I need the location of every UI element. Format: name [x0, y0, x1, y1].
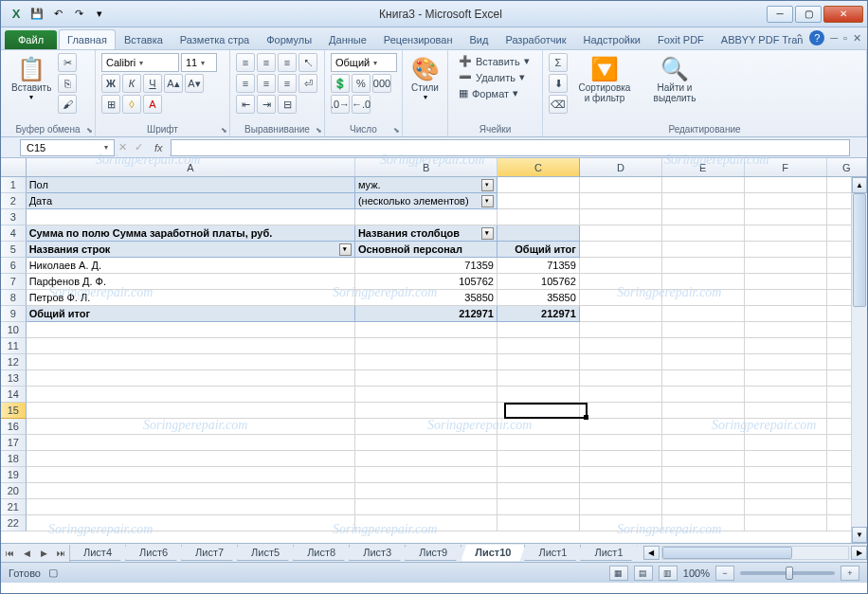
row-header[interactable]: 2 — [1, 193, 27, 209]
cell[interactable] — [497, 499, 580, 515]
comma-button[interactable]: 000 — [372, 74, 391, 93]
delete-cells-button[interactable]: ➖Удалить ▾ — [454, 69, 536, 85]
fill-button[interactable]: ⬇ — [549, 74, 568, 93]
scroll-down-button[interactable]: ▼ — [852, 527, 867, 543]
filter-icon[interactable]: ▾ — [481, 179, 494, 191]
cell[interactable] — [27, 354, 355, 370]
cancel-formula-icon[interactable]: ✕ — [118, 141, 127, 153]
tab-home[interactable]: Главная — [59, 29, 116, 49]
cell[interactable] — [745, 177, 827, 193]
cell[interactable] — [355, 370, 497, 387]
cell[interactable] — [662, 193, 745, 209]
cell[interactable] — [745, 419, 827, 435]
cell[interactable] — [497, 403, 580, 419]
align-bottom-button[interactable]: ≡ — [278, 53, 297, 72]
zoom-slider[interactable] — [740, 571, 835, 575]
percent-button[interactable]: % — [352, 74, 371, 93]
filter-icon[interactable]: ▾ — [339, 243, 352, 256]
cell[interactable] — [580, 435, 662, 451]
font-size-combo[interactable]: 11▾ — [181, 53, 217, 72]
macro-record-icon[interactable]: ▢ — [48, 567, 58, 579]
cell[interactable] — [355, 467, 497, 483]
filter-icon[interactable]: ▾ — [481, 227, 494, 240]
cell[interactable] — [27, 322, 355, 338]
cell[interactable] — [580, 483, 662, 499]
cell[interactable] — [27, 370, 355, 387]
cell[interactable] — [580, 290, 662, 306]
view-page-layout-button[interactable]: ▤ — [634, 566, 653, 581]
cell[interactable] — [662, 370, 745, 387]
cell[interactable] — [745, 483, 827, 499]
sheet-tab[interactable]: Лист3 — [349, 545, 406, 561]
cell[interactable] — [355, 338, 497, 354]
cell[interactable]: Петров Ф. Л. — [27, 290, 355, 306]
zoom-thumb[interactable] — [786, 567, 793, 580]
row-header[interactable]: 12 — [1, 354, 27, 370]
tab-page-layout[interactable]: Разметка стра — [172, 29, 258, 49]
row-header[interactable]: 17 — [1, 435, 27, 451]
col-header-b[interactable]: B — [355, 158, 497, 176]
sheet-tab[interactable]: Лист10 — [461, 545, 525, 561]
row-header[interactable]: 19 — [1, 467, 27, 483]
cell[interactable] — [745, 258, 827, 274]
cell[interactable] — [662, 403, 745, 419]
cell[interactable] — [580, 419, 662, 435]
cell[interactable] — [27, 467, 355, 483]
row-header[interactable]: 7 — [1, 274, 27, 290]
cut-button[interactable]: ✂ — [58, 53, 77, 72]
tab-data[interactable]: Данные — [320, 29, 375, 49]
cell[interactable]: Названия строк▾ — [27, 242, 355, 258]
cell[interactable] — [497, 209, 580, 225]
excel-icon[interactable]: X — [7, 5, 26, 24]
sheet-tab[interactable]: Лист4 — [69, 545, 126, 561]
horizontal-scrollbar[interactable]: ◀ ▶ — [643, 546, 867, 560]
font-dialog-icon[interactable]: ⬊ — [221, 126, 227, 135]
insert-cells-button[interactable]: ➕Вставить ▾ — [454, 53, 536, 69]
sort-filter-button[interactable]: 🔽 Сортировка и фильтр — [571, 53, 638, 114]
cell[interactable] — [662, 290, 745, 306]
zoom-in-button[interactable]: + — [841, 566, 859, 581]
cell[interactable] — [580, 177, 662, 193]
ribbon-minimize-icon[interactable]: ⌃ — [795, 32, 804, 45]
align-middle-button[interactable]: ≡ — [257, 53, 276, 72]
underline-button[interactable]: Ч — [143, 74, 162, 93]
sheet-prev-button[interactable]: ◀ — [18, 545, 35, 562]
cell[interactable] — [27, 451, 355, 467]
cell[interactable] — [662, 515, 745, 531]
cell[interactable]: Основной персонал — [355, 242, 497, 258]
cell[interactable] — [355, 419, 497, 435]
cell[interactable] — [27, 403, 355, 419]
cell[interactable] — [580, 403, 662, 419]
sheet-tab[interactable]: Лист6 — [125, 545, 182, 561]
sheet-tab[interactable]: Лист1 — [580, 545, 637, 561]
align-left-button[interactable]: ≡ — [236, 74, 255, 93]
sheet-tab[interactable]: Лист1 — [524, 545, 581, 561]
cell[interactable] — [745, 225, 827, 242]
find-select-button[interactable]: 🔍 Найти и выделить — [642, 53, 708, 114]
cell[interactable] — [662, 499, 745, 515]
row-header[interactable]: 20 — [1, 483, 27, 499]
undo-button[interactable]: ↶ — [48, 5, 67, 24]
cell[interactable] — [745, 322, 827, 338]
row-header[interactable]: 4 — [1, 225, 27, 242]
enter-formula-icon[interactable]: ✓ — [135, 141, 143, 153]
cell[interactable] — [580, 467, 662, 483]
tab-developer[interactable]: Разработчик — [497, 29, 574, 49]
cell[interactable] — [745, 193, 827, 209]
row-header[interactable]: 9 — [1, 306, 27, 322]
save-button[interactable]: 💾 — [27, 5, 46, 24]
cell[interactable] — [497, 467, 580, 483]
select-all-corner[interactable] — [1, 158, 27, 176]
workbook-minimize-icon[interactable]: ─ — [830, 32, 838, 44]
cell[interactable] — [662, 177, 745, 193]
shrink-font-button[interactable]: A▾ — [185, 74, 204, 93]
align-center-button[interactable]: ≡ — [257, 74, 276, 93]
cell[interactable] — [745, 515, 827, 531]
row-header[interactable]: 3 — [1, 209, 27, 225]
cell[interactable] — [580, 193, 662, 209]
cell[interactable] — [745, 274, 827, 290]
cell[interactable] — [497, 370, 580, 387]
maximize-button[interactable]: ▢ — [795, 6, 822, 23]
view-page-break-button[interactable]: ▥ — [659, 566, 678, 581]
cell[interactable]: 71359 — [497, 258, 580, 274]
